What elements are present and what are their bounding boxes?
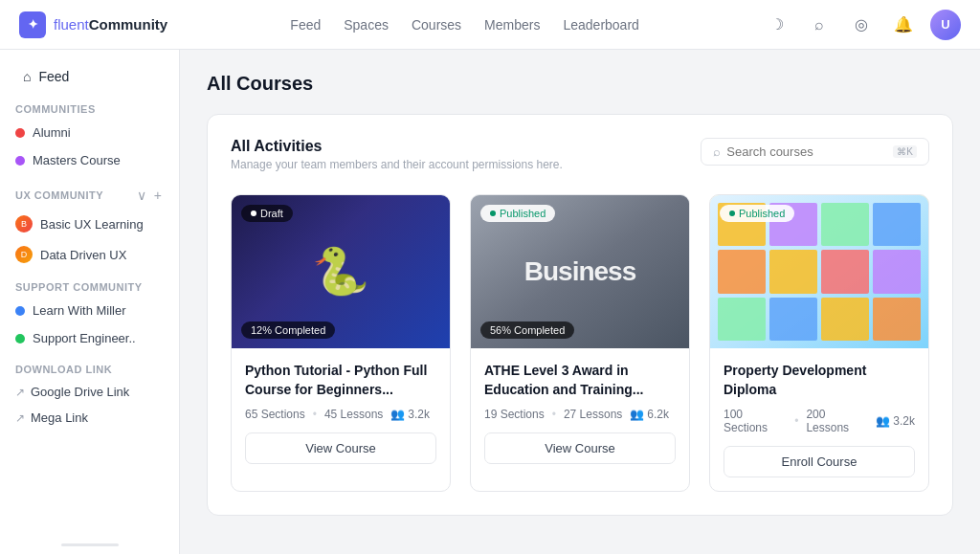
workshop-enroll-button[interactable]: Enroll Course [724,446,915,477]
business-members-count: 6.2k [647,408,669,421]
card-image-business: Business Published 56% Completed [471,195,689,348]
python-lessons: 45 Lessons [324,408,383,421]
card-body-business: ATHE Level 3 Award in Education and Trai… [471,348,689,477]
masters-dot [15,156,25,166]
search-input[interactable] [726,144,887,159]
sidebar-item-google-drive[interactable]: ↗ Google Drive Link [0,379,179,405]
sticky-9 [718,298,766,341]
business-sections: 19 Sections [484,408,545,421]
sticky-4 [873,203,921,246]
sticky-7 [821,250,869,293]
members-icon-3: 👥 [876,414,890,428]
draft-badge: Draft [241,205,293,222]
published-badge-1: Published [480,205,555,222]
google-drive-label: Google Drive Link [31,385,129,399]
search-icon: ⌕ [713,144,721,159]
sidebar-item-basic-ux[interactable]: B Basic UX Learning [0,209,179,239]
published-badge-2: Published [720,205,794,222]
search-button[interactable]: ⌕ [804,10,835,40]
search-box: ⌕ ⌘K [701,138,929,166]
data-driven-label: Data Driven UX [40,248,126,262]
draft-dot [251,211,256,216]
courses-panel: All Activities Manage your team members … [207,114,953,516]
nav-leaderboard[interactable]: Leaderboard [563,13,638,36]
nav-members[interactable]: Members [484,13,540,36]
alumni-label: Alumni [33,125,71,140]
ux-add-button[interactable]: + [152,186,164,205]
sidebar-item-masters[interactable]: Masters Course [0,146,179,174]
support-eng-label: Support Engineer.. [33,331,136,345]
nav-links: Feed Spaces Courses Members Leaderboard [198,13,731,36]
ux-expand-button[interactable]: ∨ [135,186,148,205]
sidebar-item-support-eng[interactable]: Support Engineer.. [0,324,179,352]
search-shortcut: ⌘K [893,145,917,158]
page-layout: ⌂ Feed Communities Alumni Masters Course… [0,50,980,554]
python-title: Python Tutorial - Python Full Course for… [245,362,436,400]
panel-subtitle: Manage your team members and their accou… [231,158,563,171]
masters-label: Masters Course [33,153,121,167]
members-icon: 👥 [390,408,405,421]
panel-title-group: All Activities Manage your team members … [231,138,563,171]
python-sections: 65 Sections [245,408,305,421]
published-dot-1 [490,211,496,216]
python-members: 👥 3.2k [390,408,430,421]
business-title: ATHE Level 3 Award in Education and Trai… [484,362,676,400]
sidebar-feed-label: Feed [38,69,69,84]
sticky-6 [769,250,817,293]
python-members-count: 3.2k [408,408,430,421]
workshop-title: Property Development Diploma [724,362,915,400]
ux-section-header: UX Community ∨ + [0,174,179,209]
meta-sep-2: • [552,408,556,421]
app-logo[interactable]: ✦ fluentCommunity [19,11,167,38]
business-progress: 56% Completed [480,321,574,339]
nav-courses[interactable]: Courses [412,13,461,36]
main-content: All Courses All Activities Manage your t… [180,50,980,554]
workshop-sections: 100 Sections [724,408,787,434]
sidebar-item-mega[interactable]: ↗ Mega Link [0,405,179,431]
nav-spaces[interactable]: Spaces [344,13,389,36]
card-image-python: 🐍 Draft 12% Completed [232,195,450,348]
nav-feed[interactable]: Feed [290,13,321,36]
published-label-1: Published [500,208,546,219]
sidebar: ⌂ Feed Communities Alumni Masters Course… [0,50,180,554]
python-view-button[interactable]: View Course [245,432,436,464]
meta-sep-3: • [794,414,798,428]
ux-section-label: UX Community [15,189,103,201]
biz-text: Business [524,256,636,287]
notifications-button[interactable]: 🔔 [888,10,919,40]
published-label-2: Published [739,208,785,219]
python-meta: 65 Sections • 45 Lessons 👥 3.2k [245,408,436,421]
basic-ux-avatar: B [15,215,33,233]
alumni-dot [15,128,25,138]
download-section-label: Download Link [0,352,179,379]
data-driven-avatar: D [15,246,33,263]
workshop-meta: 100 Sections • 200 Lessons 👥 3.2k [724,408,915,434]
sticky-10 [769,298,817,341]
sticky-12 [873,298,921,341]
logo-text: fluentCommunity [54,16,167,33]
panel-header: All Activities Manage your team members … [231,138,929,171]
avatar[interactable]: U [930,10,961,40]
top-navigation: ✦ fluentCommunity Feed Spaces Courses Me… [0,0,980,50]
sidebar-item-alumni[interactable]: Alumni [0,119,179,146]
card-body-python: Python Tutorial - Python Full Course for… [232,348,450,477]
course-card-business: Business Published 56% Completed ATHE Le… [470,194,690,492]
chat-button[interactable]: ◎ [846,10,877,40]
sidebar-item-data-driven[interactable]: D Data Driven UX [0,239,179,270]
workshop-lessons: 200 Lessons [806,408,868,434]
business-view-button[interactable]: View Course [484,432,676,464]
sidebar-feed[interactable]: ⌂ Feed [8,61,171,92]
support-eng-dot [15,334,25,343]
logo-icon: ✦ [19,11,46,38]
arrow-icon-google: ↗ [15,386,25,399]
mega-link-label: Mega Link [31,410,88,425]
theme-toggle-button[interactable]: ☽ [762,10,792,40]
sidebar-item-learn-miller[interactable]: Learn With Miller [0,297,179,324]
sticky-8 [873,250,921,293]
python-progress: 12% Completed [241,321,335,339]
business-members: 👥 6.2k [630,408,669,421]
meta-sep: • [313,408,317,421]
support-section-label: Support Community [0,270,179,297]
card-image-workshop: Published [710,195,928,348]
scroll-indicator [61,543,119,546]
